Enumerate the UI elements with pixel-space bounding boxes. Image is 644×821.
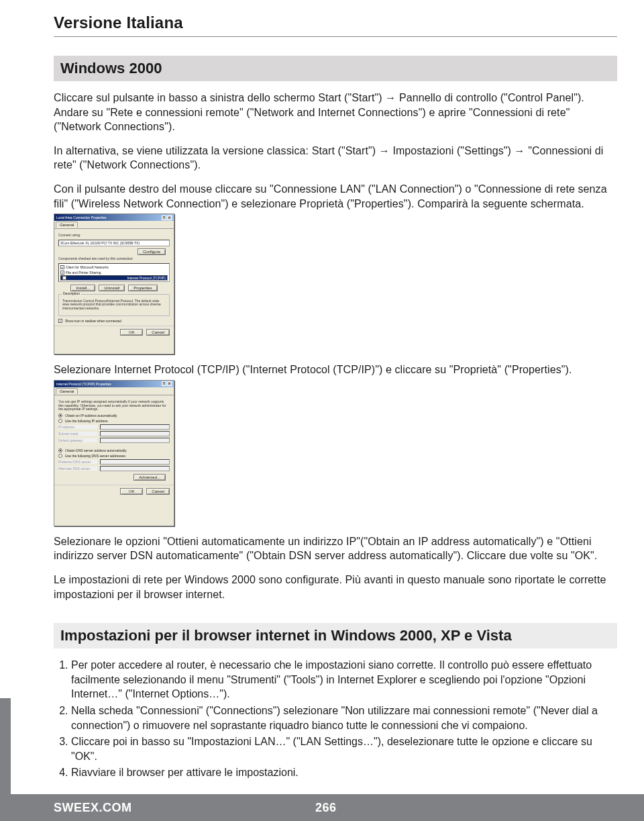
para-2: In alternativa, se viene utilizzata la v… bbox=[54, 144, 617, 173]
close-icon[interactable]: × bbox=[167, 215, 172, 220]
dlg2-title: Internet Protocol (TCP/IP) Properties bbox=[56, 382, 111, 386]
ip-row: IP address: bbox=[58, 424, 170, 430]
ok-button[interactable]: OK bbox=[120, 488, 143, 495]
dlg1-title: Local Area Connection Properties bbox=[56, 215, 107, 220]
page-header: Versione Italiana bbox=[54, 13, 617, 32]
install-button[interactable]: Install... bbox=[70, 285, 95, 291]
components-label: Components checked are used by this conn… bbox=[58, 257, 170, 261]
ip-input bbox=[100, 424, 170, 430]
section-windows-2000: Windows 2000 bbox=[54, 56, 617, 81]
description-label: Description bbox=[62, 291, 81, 295]
checkbox-icon[interactable]: ✓ bbox=[58, 319, 62, 323]
para-3: Con il pulsante destro del mouse cliccar… bbox=[54, 182, 617, 211]
close-icon[interactable]: × bbox=[167, 381, 172, 386]
gateway-input bbox=[100, 438, 170, 443]
para-6: Le impostazioni di rete per Windows 2000… bbox=[54, 573, 617, 601]
list-item: Nella scheda "Connessioni" ("Connections… bbox=[71, 704, 617, 732]
uninstall-button[interactable]: Uninstall bbox=[99, 285, 125, 291]
components-listbox[interactable]: ✓Client for Microsoft Networks ✓File and… bbox=[58, 263, 170, 282]
opt-auto-ip[interactable]: Obtain an IP address automatically bbox=[58, 414, 170, 418]
section-browser-settings: Impostazioni per il browser internet in … bbox=[54, 623, 617, 648]
page-number: 266 bbox=[315, 801, 337, 815]
checkbox-icon[interactable]: ✓ bbox=[60, 265, 64, 269]
opt-manual-ip[interactable]: Use the following IP address: bbox=[58, 419, 170, 423]
cancel-button[interactable]: Cancel bbox=[146, 488, 170, 495]
properties-button[interactable]: Properties bbox=[128, 285, 157, 291]
checkbox-icon[interactable]: ✓ bbox=[62, 276, 66, 280]
pref-dns-input bbox=[100, 459, 170, 465]
dlg2-titlebar: Internet Protocol (TCP/IP) Properties ?× bbox=[54, 381, 174, 387]
para-5: Selezionare le opzioni "Ottieni automati… bbox=[54, 534, 617, 563]
list-item-selected: ✓Internet Protocol (TCP/IP) bbox=[60, 275, 168, 281]
radio-icon[interactable] bbox=[58, 414, 62, 418]
advanced-button[interactable]: Advanced... bbox=[133, 474, 166, 481]
gateway-row: Default gateway: bbox=[58, 438, 170, 443]
ok-button[interactable]: OK bbox=[120, 329, 143, 336]
help-icon[interactable]: ? bbox=[162, 215, 166, 220]
connect-using-label: Connect using: bbox=[58, 234, 170, 238]
opt-auto-dns[interactable]: Obtain DNS server address automatically bbox=[58, 448, 170, 452]
list-item: ✓File and Printer Sharing bbox=[60, 270, 168, 275]
alt-dns-row: Alternate DNS server: bbox=[58, 466, 170, 471]
instructions-list: Per poter accedere al router, è necessar… bbox=[54, 658, 617, 780]
show-icon-row: ✓ Show icon in taskbar when connected bbox=[58, 319, 170, 323]
alt-dns-input bbox=[100, 466, 170, 471]
list-item: Per poter accedere al router, è necessar… bbox=[71, 658, 617, 702]
adapter-select[interactable]: 3Com EtherLink XL 10/100 PCI TX NIC (3C9… bbox=[58, 240, 170, 246]
configure-button[interactable]: Configure bbox=[138, 248, 166, 255]
radio-icon[interactable] bbox=[58, 419, 62, 423]
dlg1-tabs: General bbox=[54, 221, 174, 229]
help-icon[interactable]: ? bbox=[162, 381, 166, 386]
tab-general[interactable]: General bbox=[56, 222, 78, 228]
adapter-name: 3Com EtherLink XL 10/100 PCI TX NIC (3C9… bbox=[60, 241, 140, 245]
radio-icon[interactable] bbox=[58, 454, 62, 458]
radio-icon[interactable] bbox=[58, 448, 62, 452]
list-item: Cliccare poi in basso su "Impostazioni L… bbox=[71, 734, 617, 763]
subnet-row: Subnet mask: bbox=[58, 431, 170, 436]
page-footer: SWEEX.COM 266 bbox=[0, 794, 644, 821]
list-item: Riavviare il browser per attivare le imp… bbox=[71, 765, 617, 780]
pref-dns-row: Preferred DNS server: bbox=[58, 459, 170, 465]
cancel-button[interactable]: Cancel bbox=[146, 329, 170, 336]
footer-brand: SWEEX.COM bbox=[0, 801, 132, 815]
window-controls: ?× bbox=[162, 215, 172, 220]
tab-general[interactable]: General bbox=[56, 388, 78, 394]
screenshot-tcpip-properties: Internet Protocol (TCP/IP) Properties ?×… bbox=[54, 380, 174, 526]
description-text: Transmission Control Protocol/Internet P… bbox=[62, 299, 166, 311]
subnet-input bbox=[100, 431, 170, 436]
dlg1-titlebar: Local Area Connection Properties ?× bbox=[54, 214, 174, 221]
show-icon-label: Show icon in taskbar when connected bbox=[65, 319, 121, 323]
checkbox-icon[interactable]: ✓ bbox=[60, 271, 64, 275]
opt-manual-dns[interactable]: Use the following DNS server addresses: bbox=[58, 454, 170, 458]
description-group: Description Transmission Control Protoco… bbox=[58, 294, 170, 316]
window-controls: ?× bbox=[162, 381, 172, 386]
list-item: ✓Client for Microsoft Networks bbox=[60, 264, 168, 270]
para-1: Cliccare sul pulsante in basso a sinistr… bbox=[54, 91, 617, 134]
side-tab bbox=[0, 698, 11, 794]
header-rule bbox=[54, 36, 617, 37]
dlg2-tabs: General bbox=[54, 387, 174, 395]
screenshot-lan-properties: Local Area Connection Properties ?× Gene… bbox=[54, 213, 174, 354]
para-4: Selezionare Internet Protocol (TCP/IP) (… bbox=[54, 363, 617, 377]
dlg2-intro: You can get IP settings assigned automat… bbox=[58, 400, 170, 412]
